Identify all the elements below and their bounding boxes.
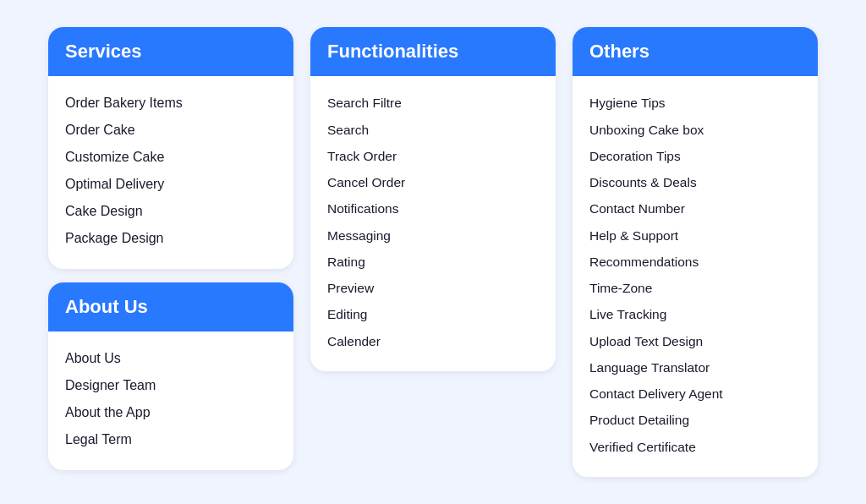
list-item: Language Translator — [589, 354, 801, 381]
list-item: Live Tracking — [589, 301, 801, 327]
others-card: Others Hygiene TipsUnboxing Cake boxDeco… — [573, 27, 818, 477]
list-item: Messaging — [327, 222, 539, 249]
functionalities-title: Functionalities — [327, 41, 539, 63]
list-item: Discounts & Deals — [589, 169, 801, 195]
list-item: Legal Term — [65, 426, 277, 453]
aboutus-header: About Us — [48, 282, 293, 331]
services-list: Order Bakery ItemsOrder CakeCustomize Ca… — [65, 90, 277, 252]
functionalities-list: Search FiltreSearchTrack OrderCancel Ord… — [327, 90, 539, 354]
list-item: About the App — [65, 399, 277, 426]
services-card: Services Order Bakery ItemsOrder CakeCus… — [48, 27, 293, 269]
functionalities-header: Functionalities — [310, 27, 556, 76]
list-item: Upload Text Design — [589, 328, 801, 354]
right-column: Others Hygiene TipsUnboxing Cake boxDeco… — [573, 27, 818, 477]
list-item: Help & Support — [589, 222, 801, 249]
list-item: Unboxing Cake box — [589, 117, 801, 143]
functionalities-card: Functionalities Search FiltreSearchTrack… — [310, 27, 556, 371]
list-item: Contact Delivery Agent — [589, 381, 801, 407]
list-item: Package Design — [65, 225, 277, 252]
list-item: Search — [327, 117, 539, 143]
others-header: Others — [573, 27, 818, 76]
others-body: Hygiene TipsUnboxing Cake boxDecoration … — [573, 76, 818, 477]
list-item: Calender — [327, 328, 539, 354]
services-body: Order Bakery ItemsOrder CakeCustomize Ca… — [48, 76, 293, 269]
list-item: Customize Cake — [65, 144, 277, 171]
list-item: Track Order — [327, 143, 539, 169]
aboutus-list: About UsDesigner TeamAbout the AppLegal … — [65, 345, 277, 453]
list-item: Cancel Order — [327, 169, 539, 195]
others-title: Others — [589, 41, 801, 63]
services-header: Services — [48, 27, 293, 76]
left-column: Services Order Bakery ItemsOrder CakeCus… — [48, 27, 293, 470]
list-item: Verified Certificate — [589, 434, 801, 460]
list-item: Preview — [327, 275, 539, 301]
list-item: Optimal Delivery — [65, 171, 277, 198]
list-item: Notifications — [327, 195, 539, 222]
functionalities-body: Search FiltreSearchTrack OrderCancel Ord… — [310, 76, 556, 371]
list-item: Decoration Tips — [589, 143, 801, 169]
list-item: Designer Team — [65, 372, 277, 399]
aboutus-body: About UsDesigner TeamAbout the AppLegal … — [48, 331, 293, 470]
main-container: Services Order Bakery ItemsOrder CakeCus… — [0, 10, 866, 494]
list-item: Order Cake — [65, 117, 277, 144]
aboutus-card: About Us About UsDesigner TeamAbout the … — [48, 282, 293, 470]
list-item: Contact Number — [589, 195, 801, 222]
list-item: Order Bakery Items — [65, 90, 277, 117]
list-item: Search Filtre — [327, 90, 539, 116]
middle-column: Functionalities Search FiltreSearchTrack… — [310, 27, 556, 371]
aboutus-title: About Us — [65, 296, 277, 318]
list-item: Rating — [327, 249, 539, 275]
list-item: Time-Zone — [589, 275, 801, 301]
services-title: Services — [65, 41, 277, 63]
list-item: About Us — [65, 345, 277, 372]
list-item: Product Detailing — [589, 407, 801, 433]
list-item: Recommendations — [589, 249, 801, 275]
list-item: Hygiene Tips — [589, 90, 801, 116]
list-item: Cake Design — [65, 198, 277, 225]
others-list: Hygiene TipsUnboxing Cake boxDecoration … — [589, 90, 801, 460]
list-item: Editing — [327, 301, 539, 327]
